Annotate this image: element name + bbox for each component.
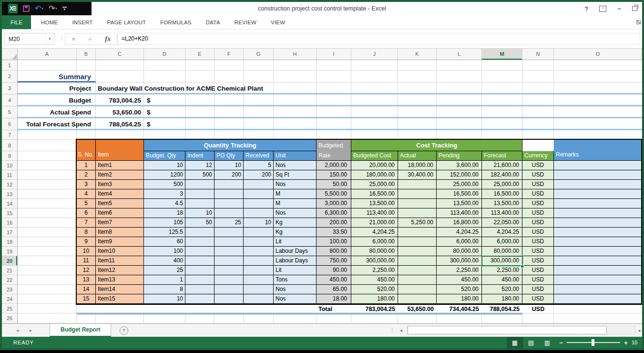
normal-view-icon[interactable]: ▦: [507, 337, 523, 348]
cell-N13[interactable]: USD: [522, 189, 554, 199]
column-header-F[interactable]: F: [215, 49, 244, 60]
cancel-icon[interactable]: ×: [72, 35, 75, 43]
column-header-B[interactable]: B: [77, 49, 96, 60]
cell-G13[interactable]: [244, 189, 274, 199]
cell-K15[interactable]: [398, 208, 437, 218]
cell-D11[interactable]: 1200: [144, 170, 185, 180]
cell-H23[interactable]: Nos: [274, 285, 317, 294]
row-header-6[interactable]: 6: [2, 118, 17, 130]
cell-J21[interactable]: 2,250.00: [351, 266, 398, 275]
cell-K19[interactable]: [398, 247, 437, 256]
new-sheet-button[interactable]: +: [120, 326, 128, 335]
table-subheader-budget-qty[interactable]: Budget. Qty: [144, 151, 185, 161]
cell-I10[interactable]: 2,000.00: [317, 161, 351, 170]
cell-E12[interactable]: [185, 180, 215, 189]
cell-E16[interactable]: 50: [185, 218, 215, 228]
cell-B19[interactable]: 10: [77, 247, 96, 256]
row-header-20[interactable]: 20: [2, 256, 17, 266]
cell-E21[interactable]: [185, 266, 215, 275]
cell-M11[interactable]: 182,400.00: [482, 170, 522, 180]
cell-I11[interactable]: 150.00: [317, 170, 351, 180]
cell-O14[interactable]: [554, 199, 642, 208]
cell-M19[interactable]: 80,000.00: [482, 247, 522, 256]
cell-D23[interactable]: 8: [144, 285, 185, 294]
cell-K11[interactable]: 30,400.00: [398, 170, 437, 180]
table-header-sno[interactable]: S. No.: [77, 140, 96, 161]
cell-J16[interactable]: 21,000.00: [351, 218, 398, 228]
cell-O23[interactable]: [554, 285, 642, 294]
cell-G16[interactable]: 10: [244, 218, 274, 228]
cell-D21[interactable]: 25: [144, 266, 185, 275]
help-icon[interactable]: ?: [584, 5, 588, 12]
table-subheader-budgeted-cost[interactable]: Budgeted Cost: [351, 151, 398, 161]
row-header-26[interactable]: 26: [2, 313, 17, 323]
cell-M17[interactable]: 4,204.25: [482, 228, 522, 237]
cell-L23[interactable]: 520.00: [437, 285, 482, 294]
column-header-N[interactable]: N: [522, 49, 554, 60]
cell-H21[interactable]: Lit: [274, 266, 317, 275]
cell-H13[interactable]: M: [274, 189, 317, 199]
cell-O21[interactable]: [554, 266, 642, 275]
cell-G17[interactable]: [244, 228, 274, 237]
cell-I18[interactable]: 100.00: [317, 237, 351, 247]
column-header-O[interactable]: O: [554, 49, 642, 60]
cell-N20[interactable]: USD: [522, 256, 554, 266]
table-subheader-unit[interactable]: Unit: [274, 151, 317, 161]
zoom-in-icon[interactable]: +: [620, 339, 632, 346]
cell-M21[interactable]: 2,250.00: [482, 266, 522, 275]
cell-G20[interactable]: [244, 256, 274, 266]
cell-L21[interactable]: 2,250.00: [437, 266, 482, 275]
total-actual[interactable]: 53,650.00: [398, 305, 434, 314]
cell-F10[interactable]: 10: [215, 161, 244, 170]
cell-N10[interactable]: USD: [522, 161, 554, 170]
cell-B10[interactable]: 1: [77, 161, 96, 170]
cell-F14[interactable]: [215, 199, 244, 208]
table-header-item[interactable]: Item: [96, 140, 144, 161]
cell-K24[interactable]: [398, 294, 437, 304]
cell-D20[interactable]: 400: [144, 256, 185, 266]
row-header-18[interactable]: 18: [2, 237, 17, 247]
cell-E20[interactable]: [185, 256, 215, 266]
cell-I24[interactable]: 18.00: [317, 294, 351, 304]
cell-G24[interactable]: [244, 294, 274, 304]
cell-D19[interactable]: 100: [144, 247, 185, 256]
cell-K23[interactable]: [398, 285, 437, 294]
fill-handle[interactable]: [521, 265, 524, 268]
cell-F20[interactable]: [215, 256, 244, 266]
undo-icon[interactable]: ↶: [35, 5, 41, 12]
cell-I15[interactable]: 6,300.00: [317, 208, 351, 218]
row-header-12[interactable]: 12: [2, 180, 17, 189]
cell-M14[interactable]: 13,500.00: [482, 199, 522, 208]
cell-D13[interactable]: 3: [144, 189, 185, 199]
cell-C19[interactable]: Item10: [96, 247, 144, 256]
cell-G15[interactable]: [244, 208, 274, 218]
cell-H17[interactable]: Kg: [274, 228, 317, 237]
column-header-K[interactable]: K: [398, 49, 437, 60]
cell-E17[interactable]: [185, 228, 215, 237]
minimize-icon[interactable]: –: [617, 5, 621, 12]
cell-F16[interactable]: 25: [215, 218, 244, 228]
total-pending[interactable]: 734,404.25: [437, 305, 479, 314]
scroll-right-icon[interactable]: ▸: [639, 324, 641, 337]
cell-K13[interactable]: [398, 189, 437, 199]
cell-M12[interactable]: 25,000.00: [482, 180, 522, 189]
customize-qat-icon[interactable]: ▾: [62, 7, 67, 10]
cell-D12[interactable]: 500: [144, 180, 185, 189]
cell-N24[interactable]: USD: [522, 294, 554, 304]
tab-page-layout[interactable]: PAGE LAYOUT: [100, 15, 153, 29]
cell-G11[interactable]: 200: [244, 170, 274, 180]
cell-F22[interactable]: [215, 275, 244, 285]
table-header-budgeted-rate[interactable]: BudgetedRate: [317, 140, 351, 161]
cell-L10[interactable]: 3,600.00: [437, 161, 482, 170]
cell-J15[interactable]: 113,400.00: [351, 208, 398, 218]
column-header-D[interactable]: D: [144, 49, 185, 60]
tab-review[interactable]: REVIEW: [227, 15, 264, 29]
cell-B15[interactable]: 6: [77, 208, 96, 218]
cell-N11[interactable]: USD: [522, 170, 554, 180]
cell-J18[interactable]: 6,000.00: [351, 237, 398, 247]
cell-H16[interactable]: Kg: [274, 218, 317, 228]
row-header-4[interactable]: 4: [2, 94, 17, 106]
row-header-2[interactable]: 2: [2, 71, 17, 83]
cell-G21[interactable]: [244, 266, 274, 275]
redo-icon[interactable]: ↷: [49, 5, 55, 12]
